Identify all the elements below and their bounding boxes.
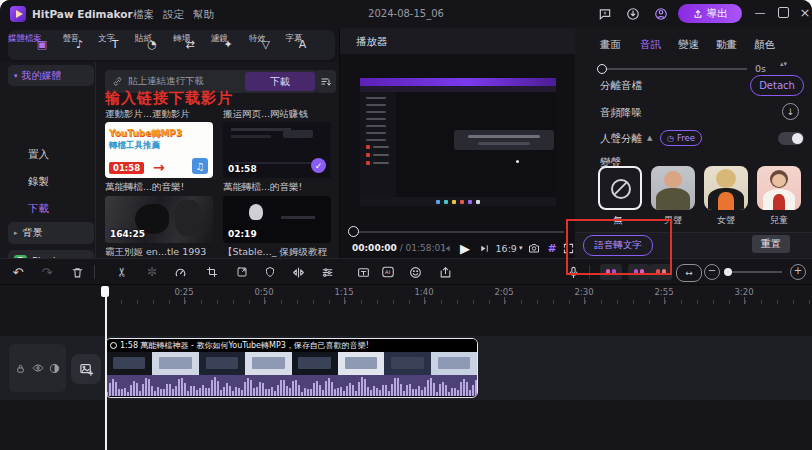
media-item-title[interactable]: 霸王別姬 en...tle 1993 xyxy=(105,246,213,258)
inspector-tab-1[interactable]: 音訊 xyxy=(640,38,661,52)
undo-icon[interactable]: ↶ xyxy=(6,260,30,284)
eye-icon[interactable] xyxy=(32,362,44,374)
grid-icon[interactable]: # xyxy=(544,240,560,256)
fit-timeline-icon[interactable]: ↔ xyxy=(676,264,702,282)
vocal-separation-toggle[interactable] xyxy=(778,132,804,145)
ruler-label: 2:05 xyxy=(494,287,513,297)
ruler-label: 1:40 xyxy=(414,287,433,297)
zoom-in-icon[interactable]: + xyxy=(790,264,806,280)
ribbon-tab-4[interactable]: ⇄轉場 xyxy=(186,39,195,51)
reset-button[interactable]: 重置 xyxy=(752,235,790,253)
media-item-title[interactable]: 萬能轉檔...的音樂! xyxy=(105,181,213,194)
media-thumbnail[interactable]: 02:19 xyxy=(223,196,331,243)
ribbon-tab-6[interactable]: ▽特效 xyxy=(261,39,269,51)
fade-value: 0s xyxy=(755,63,766,74)
inspector-tab-0[interactable]: 畫面 xyxy=(600,38,621,52)
ribbon-tab-1[interactable]: ♪聲音 xyxy=(76,39,83,51)
sidebar-item-0[interactable]: 置入 xyxy=(28,148,49,162)
player-progress-knob[interactable] xyxy=(348,226,359,237)
chevron-down-icon: ▾ xyxy=(14,72,18,80)
media-panel: ▾ 我的媒體 置入錄製下載 ▸ 背景 P Pixabay Unsplash xyxy=(0,62,339,258)
fade-slider[interactable] xyxy=(607,68,747,70)
ribbon-tab-5[interactable]: ✦濾鏡 xyxy=(224,39,233,51)
sidebar-item-2[interactable]: 下載 xyxy=(28,202,49,216)
download-url-button[interactable]: 下載 xyxy=(245,72,315,91)
next-frame-icon[interactable] xyxy=(476,240,492,256)
voice-option-male[interactable] xyxy=(651,166,695,210)
inspector-tab-3[interactable]: 動畫 xyxy=(716,38,737,52)
media-item-title[interactable]: 萬能轉檔...的音樂! xyxy=(223,181,331,194)
player-progress-bar[interactable] xyxy=(354,231,564,233)
fade-slider-knob[interactable] xyxy=(597,64,607,74)
add-media-button[interactable] xyxy=(71,354,101,384)
mask-icon[interactable] xyxy=(258,260,282,284)
inspector-tab-2[interactable]: 變速 xyxy=(678,38,699,52)
timeline-zoom-knob[interactable] xyxy=(724,268,732,276)
video-preview[interactable] xyxy=(360,78,556,206)
sticker-tool-icon[interactable] xyxy=(403,260,427,284)
playhead[interactable] xyxy=(105,286,107,450)
ribbon-tabs: ▣媒體檔案♪聲音T文字◔貼紙⇄轉場✦濾鏡▽特效A字幕 xyxy=(8,30,335,60)
ribbon-tab-2[interactable]: T文字 xyxy=(112,39,119,51)
ai-tool-icon[interactable]: AI xyxy=(376,260,400,284)
ribbon-tab-3[interactable]: ◔貼紙 xyxy=(147,39,157,51)
close-icon[interactable]: × xyxy=(797,5,812,20)
sidebar-item-background[interactable]: ▸ 背景 xyxy=(8,222,94,244)
sort-icon xyxy=(320,76,332,88)
aspect-ratio-select[interactable]: 16:9 ▾ xyxy=(494,240,524,256)
prev-frame-icon[interactable] xyxy=(438,240,454,256)
mirror-icon[interactable] xyxy=(286,260,310,284)
free-badge: ◷ Free xyxy=(660,130,702,146)
media-thumbnail[interactable]: 164:25 xyxy=(105,196,213,243)
ribbon-tab-0[interactable]: ▣媒體檔案 xyxy=(37,39,47,51)
trash-icon[interactable] xyxy=(65,260,89,284)
voice-option-female[interactable] xyxy=(704,166,748,210)
maximize-icon[interactable] xyxy=(775,7,791,21)
contrast-icon[interactable] xyxy=(49,363,60,374)
sidebar-item-1[interactable]: 錄製 xyxy=(28,175,49,189)
voice-option-child[interactable] xyxy=(757,166,801,210)
voice-option-none[interactable] xyxy=(598,166,642,210)
media-thumbnail[interactable]: 01:58 ✓ xyxy=(223,122,331,178)
play-icon[interactable]: ▶ xyxy=(456,240,474,256)
freeze-frame-icon[interactable]: ✼ xyxy=(140,260,164,284)
track-header xyxy=(9,344,66,392)
fade-stepper[interactable]: ▴▾ xyxy=(780,61,787,68)
download-icon[interactable] xyxy=(622,4,644,24)
media-item-title[interactable]: 搬运网页...网站赚钱 xyxy=(223,108,331,121)
timeline-ruler[interactable]: 0:250:501:151:402:052:302:553:20 xyxy=(105,285,812,304)
ribbon-tab-7[interactable]: A字幕 xyxy=(299,39,307,51)
account-icon[interactable] xyxy=(650,4,672,24)
library-nav: ▾ 我的媒體 置入錄製下載 ▸ 背景 P Pixabay Unsplash xyxy=(0,62,95,258)
media-item-title[interactable]: 運動影片...運動影片 xyxy=(105,108,213,121)
zoom-out-icon[interactable]: − xyxy=(704,264,720,280)
text-tool-icon[interactable] xyxy=(351,260,375,284)
crop-icon[interactable] xyxy=(200,260,224,284)
export-button[interactable]: 導出 xyxy=(678,4,742,23)
timeline-zoom-slider[interactable] xyxy=(724,271,782,273)
redo-icon[interactable]: ↷ xyxy=(35,260,59,284)
adjust-icon[interactable] xyxy=(315,260,339,284)
media-item-title[interactable]: 【Stable..._ 保姆级教程 xyxy=(223,246,331,258)
minimize-icon[interactable]: — xyxy=(752,6,768,19)
snapshot-camera-icon[interactable] xyxy=(526,240,542,256)
split-scissors-icon[interactable]: ✂ xyxy=(110,260,134,284)
sort-button[interactable] xyxy=(316,70,336,93)
export-clip-icon[interactable] xyxy=(433,260,457,284)
duration-badge: 02:19 xyxy=(228,229,257,239)
lock-icon[interactable] xyxy=(15,363,26,374)
playhead-handle[interactable] xyxy=(101,286,109,297)
library-group-label: 我的媒體 xyxy=(22,69,62,83)
player-header: 播放器 xyxy=(340,28,576,54)
comment-icon[interactable] xyxy=(594,4,616,24)
detach-button[interactable]: Detach xyxy=(750,75,804,96)
player-panel: 播放器 00:00:00 / 01:58:01 ▶ 16:9 ▾ # xyxy=(339,28,577,258)
speed-icon[interactable] xyxy=(168,260,192,284)
collapse-icon[interactable]: ▲ xyxy=(647,134,652,142)
library-group-my-media[interactable]: ▾ 我的媒體 xyxy=(8,65,94,86)
scale-icon[interactable] xyxy=(230,260,254,284)
media-thumbnail[interactable]: YouTube轉MP3 轉檔工具推薦 01:58 → ♫ xyxy=(105,122,213,178)
timeline-clip[interactable]: 1:58 萬能轉檔神器 - 教你如何YouTube轉MP3，保存自己喜歡的音樂! xyxy=(105,338,478,398)
inspector-tab-4[interactable]: 顏色 xyxy=(754,38,775,52)
denoise-download-icon[interactable]: ↓ xyxy=(782,103,799,120)
